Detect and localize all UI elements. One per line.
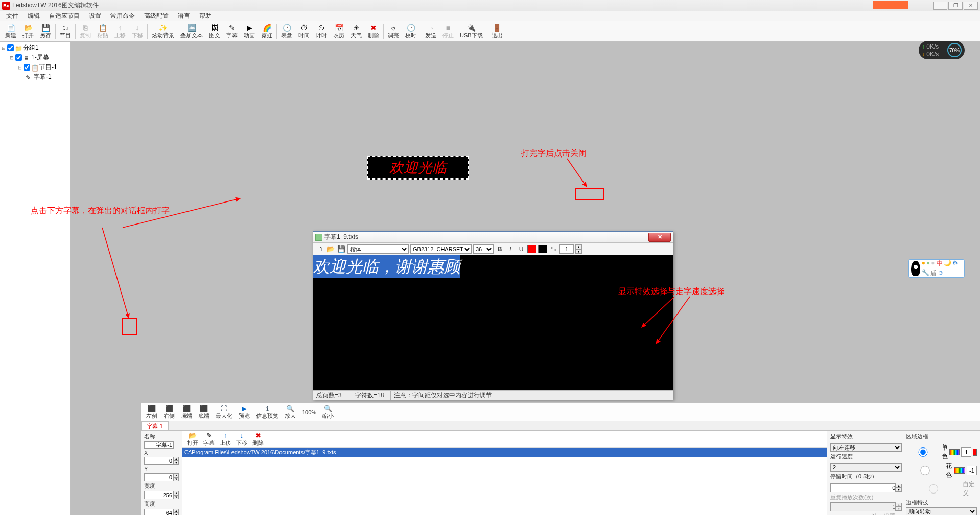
ft-down[interactable]: ↓下移 — [234, 431, 250, 448]
vt-preview[interactable]: ▶预览 — [236, 404, 253, 421]
tb-program[interactable]: 🗂节目 — [57, 23, 74, 40]
menu-language[interactable]: 语言 — [174, 11, 194, 21]
led-preview[interactable]: 欢迎光临 — [367, 156, 469, 180]
tb-dial[interactable]: 🕐表盘 — [278, 23, 295, 40]
tb-synctime[interactable]: 🕑校时 — [402, 23, 419, 40]
spin-down[interactable]: ▼ — [174, 513, 179, 515]
menu-file[interactable]: 文件 — [2, 11, 22, 21]
tree-group[interactable]: ⊟📁分组1 — [1, 43, 69, 53]
effect-select[interactable]: 向左连移 — [830, 443, 902, 452]
file-list[interactable]: C:\Program Files\LedshowTW 2016\Document… — [182, 448, 827, 515]
border-spin2[interactable] — [967, 466, 977, 475]
editor-new-icon[interactable]: 🗋 — [315, 244, 324, 254]
expander-icon[interactable]: ⊟ — [1, 46, 6, 51]
color-bar[interactable] — [954, 467, 965, 474]
editor-open-icon[interactable]: 📂 — [326, 244, 335, 254]
vt-maximize[interactable]: ⛶最大化 — [213, 404, 236, 421]
maximize-button[interactable]: ❐ — [948, 2, 963, 10]
tb-moveup[interactable]: ↑上移 — [111, 23, 129, 40]
network-speed-widget[interactable]: ↑ 0K/s ↓ 0K/s 70% — [919, 41, 965, 59]
spacing-input[interactable] — [559, 244, 574, 254]
spin-up[interactable]: ▲ — [174, 509, 179, 513]
spacing-down[interactable]: ▼ — [575, 249, 582, 254]
tb-movedown[interactable]: ↓下移 — [129, 23, 146, 40]
text-color-swatch[interactable] — [527, 245, 536, 253]
spacing-up[interactable]: ▲ — [575, 244, 582, 249]
vt-zoomin[interactable]: 🔍放大 — [282, 404, 299, 421]
radio-multi[interactable] — [906, 466, 944, 475]
minimize-button[interactable]: — — [933, 2, 947, 10]
vt-zoomout[interactable]: 🔍缩小 — [319, 404, 337, 421]
menu-edit[interactable]: 编辑 — [24, 11, 44, 21]
orange-ad-button[interactable] — [873, 1, 908, 9]
menu-common[interactable]: 常用命令 — [106, 11, 139, 21]
bg-color-swatch[interactable] — [538, 245, 547, 253]
vt-top[interactable]: ⬛顶端 — [178, 404, 195, 421]
tab-subtitle[interactable]: 字幕-1 — [141, 421, 169, 430]
spin-up[interactable]: ▲ — [174, 473, 179, 477]
tree-checkbox[interactable] — [24, 64, 30, 71]
file-row[interactable]: C:\Program Files\LedshowTW 2016\Document… — [182, 448, 827, 457]
tb-lunar[interactable]: 📅农历 — [330, 23, 347, 40]
spin-down[interactable]: ▼ — [896, 488, 901, 492]
qq-widget[interactable]: ●●● 中 🌙 ⚙ 🔧 盾 ☺ — [908, 259, 965, 278]
vt-zoom100[interactable]: 100% — [299, 408, 319, 416]
tb-timer[interactable]: ⏲计时 — [313, 23, 330, 40]
vt-bottom[interactable]: ⬛底端 — [195, 404, 213, 421]
editor-titlebar[interactable]: 字幕1_9.txts ✕ — [313, 232, 673, 243]
expander-icon[interactable]: ⊟ — [9, 55, 14, 60]
ft-subtitle[interactable]: ✎字幕 — [201, 431, 217, 448]
ft-delete[interactable]: ✖删除 — [250, 431, 266, 448]
menu-adaptive[interactable]: 自适应节目 — [45, 11, 84, 21]
stay-input[interactable] — [830, 483, 896, 492]
prop-w-input[interactable] — [144, 491, 174, 499]
tree-program[interactable]: ⊟📋节目-1 — [1, 62, 69, 72]
tb-send[interactable]: →发送 — [422, 23, 439, 40]
spin-up[interactable]: ▲ — [896, 484, 901, 488]
prop-y-input[interactable] — [144, 473, 174, 481]
fontsize-select[interactable]: 36 — [473, 244, 494, 254]
menu-advanced[interactable]: 高级配置 — [140, 11, 173, 21]
font-select[interactable]: 楷体 — [347, 244, 409, 254]
border-effect-select[interactable]: 顺向转动 — [906, 507, 977, 515]
editor-close-button[interactable]: ✕ — [648, 233, 671, 242]
charset-select[interactable]: GB2312_CHARSET — [410, 244, 472, 254]
spin-up[interactable]: ▲ — [174, 457, 179, 461]
tb-copy[interactable]: ⎘复制 — [77, 23, 94, 40]
tb-subtitle[interactable]: ✎字幕 — [223, 23, 241, 40]
vt-left[interactable]: ⬛左侧 — [143, 404, 160, 421]
tree-checkbox[interactable] — [15, 54, 22, 61]
tree-subtitle[interactable]: ✎字幕-1 — [1, 72, 69, 82]
editor-textarea[interactable]: 欢迎光临，谢谢惠顾 — [313, 255, 673, 390]
tb-new[interactable]: 📄新建 — [2, 23, 19, 40]
tb-animation[interactable]: ▶动画 — [241, 23, 258, 40]
vt-info[interactable]: ℹ信息预览 — [253, 404, 282, 421]
tb-overlay[interactable]: 🔤叠加文本 — [177, 23, 206, 40]
menu-settings[interactable]: 设置 — [85, 11, 105, 21]
editor-save-icon[interactable]: 💾 — [337, 244, 346, 254]
underline-button[interactable]: U — [517, 244, 526, 254]
speed-select[interactable]: 2 — [830, 463, 902, 472]
tb-paste[interactable]: 📋粘贴 — [94, 23, 111, 40]
prop-h-input[interactable] — [144, 509, 174, 515]
tb-exit[interactable]: 🚪退出 — [488, 23, 506, 40]
italic-button[interactable]: I — [506, 244, 515, 254]
prop-x-input[interactable] — [144, 457, 174, 465]
tb-time[interactable]: ⏱时间 — [295, 23, 313, 40]
bold-button[interactable]: B — [495, 244, 504, 254]
tb-brightness[interactable]: ☼调亮 — [385, 23, 402, 40]
vt-right[interactable]: ⬛右侧 — [160, 404, 178, 421]
spin-down[interactable]: ▼ — [174, 461, 179, 465]
tb-delete[interactable]: ✖删除 — [365, 23, 382, 40]
tb-neon[interactable]: 🌈霓虹 — [258, 23, 275, 40]
spin-up[interactable]: ▲ — [174, 491, 179, 495]
color-swatch[interactable] — [973, 449, 977, 456]
menu-help[interactable]: 帮助 — [195, 11, 216, 21]
prop-name-input[interactable] — [144, 441, 174, 449]
ft-up[interactable]: ↑上移 — [217, 431, 234, 448]
radio-single[interactable] — [906, 447, 940, 457]
tb-saveas[interactable]: 💾另存 — [37, 23, 54, 40]
tree-screen[interactable]: ⊟🖥1-屏幕 — [1, 53, 69, 62]
color-bar[interactable] — [949, 449, 960, 455]
expander-icon[interactable]: ⊟ — [17, 65, 22, 70]
